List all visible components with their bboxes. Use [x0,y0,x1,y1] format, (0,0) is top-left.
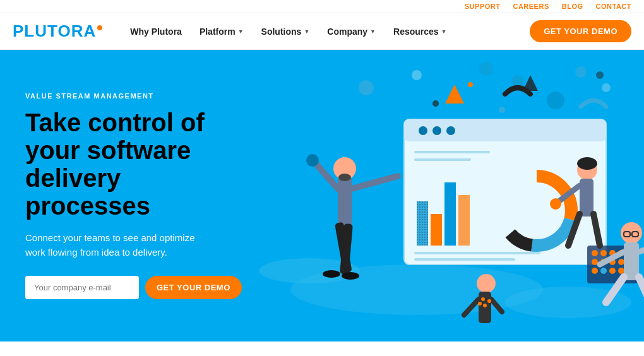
hero-content: VALUE STREAM MANAGEMENT Take control of … [0,67,240,324]
svg-point-18 [419,126,427,135]
hero-section: VALUE STREAM MANAGEMENT Take control of … [0,50,644,341]
svg-point-46 [609,268,616,274]
svg-rect-22 [414,158,471,161]
svg-point-40 [592,259,598,265]
svg-point-45 [600,268,607,274]
chevron-down-icon: ▼ [304,28,309,35]
svg-rect-21 [414,151,490,153]
svg-point-20 [446,126,455,135]
hero-form: GET YOUR DEMO [25,276,215,299]
svg-marker-10 [445,85,464,104]
careers-link[interactable]: CAREERS [513,3,549,10]
svg-rect-24 [414,258,515,261]
svg-point-65 [481,297,485,301]
svg-point-13 [468,82,473,87]
svg-point-84 [550,198,561,210]
svg-point-12 [432,100,439,107]
support-link[interactable]: SUPPORT [465,3,501,10]
svg-rect-28 [458,195,470,246]
nav-item-why[interactable]: Why Plutora [121,13,191,50]
logo-dot [97,25,102,30]
svg-point-4 [412,70,422,80]
svg-rect-26 [431,214,442,246]
svg-point-6 [547,92,564,109]
chevron-down-icon: ▼ [441,28,447,35]
blog-link[interactable]: BLOG [562,3,583,10]
svg-point-9 [479,62,493,76]
svg-point-37 [600,250,607,256]
svg-point-14 [499,107,505,113]
svg-point-47 [618,268,624,274]
svg-point-19 [432,126,441,135]
svg-point-53 [338,174,351,181]
svg-rect-27 [444,182,456,246]
svg-line-55 [352,176,398,189]
nav-item-platform[interactable]: Platform ▼ [191,13,253,50]
contact-link[interactable]: CONTACT [596,3,631,10]
svg-point-61 [477,274,496,293]
svg-point-3 [359,80,374,95]
get-demo-button-hero[interactable]: GET YOUR DEMO [145,276,242,299]
svg-rect-23 [414,252,540,254]
svg-point-68 [478,302,482,306]
svg-point-34 [515,189,559,233]
svg-point-67 [483,304,487,307]
get-demo-button-nav[interactable]: GET YOUR DEMO [530,20,631,42]
svg-point-15 [596,71,604,79]
svg-point-44 [592,268,598,274]
svg-point-59 [323,270,340,278]
logo-text: PLUTORA [13,21,96,41]
hero-subtitle: Connect your teams to see and optimize w… [25,231,215,259]
hero-illustration [215,50,644,341]
svg-rect-51 [338,176,352,227]
nav-item-company[interactable]: Company ▼ [318,13,385,50]
hero-title: Take control of your software delivery p… [25,109,215,220]
svg-point-56 [306,154,319,167]
svg-point-7 [575,66,587,78]
nav-item-resources[interactable]: Resources ▼ [385,13,456,50]
navbar: PLUTORA Why Plutora Platform ▼ Solutions… [0,13,644,50]
nav-item-solutions[interactable]: Solutions ▼ [253,13,319,50]
svg-line-77 [639,246,644,252]
email-input[interactable] [25,276,139,299]
svg-rect-29 [417,201,428,246]
top-bar: SUPPORT CAREERS BLOG CONTACT [0,0,644,13]
svg-point-36 [592,250,598,256]
logo[interactable]: PLUTORA [13,21,102,41]
svg-line-75 [639,277,644,302]
svg-point-60 [342,272,359,280]
svg-point-79 [577,157,597,170]
svg-point-43 [618,259,624,265]
hero-eyebrow: VALUE STREAM MANAGEMENT [25,92,215,100]
chevron-down-icon: ▼ [238,28,244,35]
svg-point-66 [487,299,491,303]
chevron-down-icon: ▼ [370,28,376,35]
nav-links: Why Plutora Platform ▼ Solutions ▼ Compa… [121,13,530,50]
svg-point-8 [602,83,611,92]
